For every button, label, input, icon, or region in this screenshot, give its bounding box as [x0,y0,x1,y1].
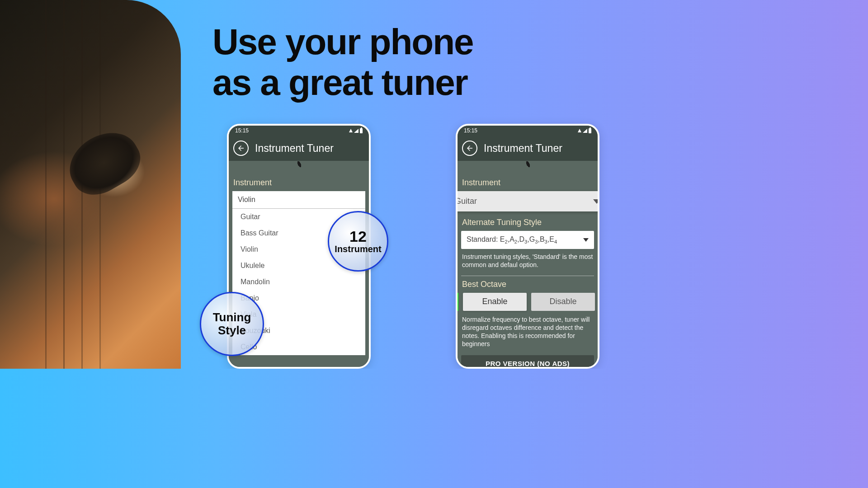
tuning-style-description: Instrument tuning styles, 'Standard' is … [461,252,594,273]
best-octave-label: Best Octave [461,280,594,293]
status-bar: 15:15 [229,126,369,136]
toggle-active-indicator [458,293,458,311]
divider [461,276,594,276]
back-button[interactable] [233,141,249,156]
wifi-icon [349,129,353,132]
callout-label: Instrument [335,244,381,254]
best-octave-description: Normalize frequency to best octave, tune… [461,314,594,353]
screen-body: Instrument Guitar Alternate Tuning Style… [458,175,598,367]
signal-icon [354,129,359,133]
arrow-left-icon [237,144,245,152]
status-time: 15:15 [235,127,249,134]
app-bar-title: Instrument Tuner [484,142,562,155]
callout-instrument-count: 12 Instrument [328,211,388,272]
callout-line: Tuning [213,311,251,324]
app-bar: Instrument Tuner [458,136,598,161]
arrow-left-icon [466,144,474,152]
instrument-selected-value[interactable]: Violin [232,191,365,209]
instrument-section-label: Instrument [461,175,594,191]
status-bar: 15:15 [458,126,598,136]
app-bar-title: Instrument Tuner [255,142,334,155]
back-button[interactable] [462,141,477,156]
alternate-tuning-label: Alternate Tuning Style [461,211,594,231]
instrument-select-value: Guitar [458,197,477,206]
tuner-needle-strip [229,161,369,175]
chevron-down-icon [583,238,589,242]
callout-tuning-style: Tuning Style [200,292,264,356]
headline: Use your phoneas a great tuner [212,22,473,103]
list-item[interactable]: Mandolin [232,274,365,290]
callout-line: Style [218,324,246,337]
phone-mockup-tuning-settings: 15:15 Instrument Tuner Instrument Guitar… [456,124,599,369]
callout-number: 12 [349,229,367,244]
status-icons [349,128,363,133]
tuning-style-select[interactable]: Standard: E2,A2,D3,G3,B3,E4 [461,231,594,249]
signal-icon [583,129,587,133]
best-octave-toggle: Enable Disable [458,293,595,311]
disable-button[interactable]: Disable [531,293,595,311]
tuner-needle-strip [458,161,598,175]
chevron-down-icon [593,199,598,204]
pro-version-banner[interactable]: PRO VERSION (NO ADS) [461,355,594,367]
instrument-select[interactable]: Guitar [458,191,598,211]
status-icons [578,128,591,133]
wifi-icon [578,129,581,132]
instrument-section-label: Instrument [232,175,365,191]
app-bar: Instrument Tuner [229,136,369,161]
hero-photo [0,0,181,369]
battery-icon [589,128,591,133]
tuning-style-value: Standard: E2,A2,D3,G3,B3,E4 [467,235,557,244]
battery-icon [360,128,363,133]
enable-button[interactable]: Enable [463,293,527,311]
status-time: 15:15 [464,127,477,134]
